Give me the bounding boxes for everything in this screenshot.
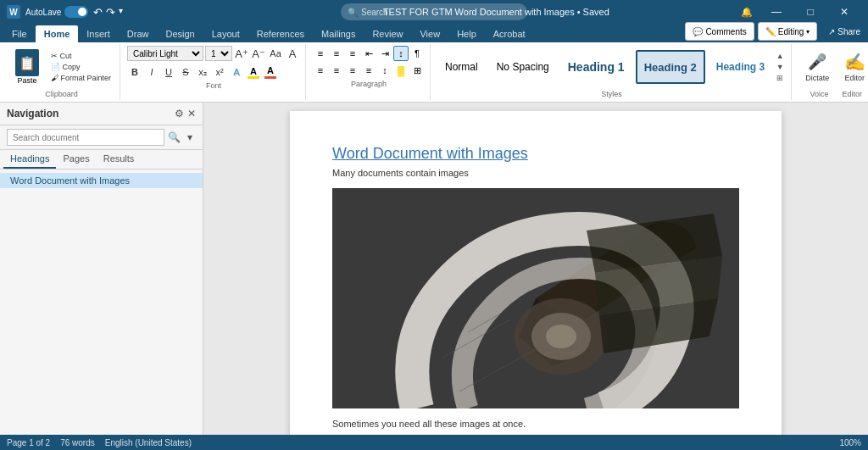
nav-search-area: 🔍 ▾ [0,125,203,150]
maximize-button[interactable]: □ [793,0,827,24]
copy-button[interactable]: 📄 Copy [47,62,114,72]
share-button[interactable]: ↗ Share [821,22,868,41]
ribbon-container: File Home Insert Draw Design Layout Refe… [0,24,868,103]
dictate-button[interactable]: 🎤 Dictate [798,48,836,86]
tab-mailings[interactable]: Mailings [313,25,364,42]
sort-button[interactable]: ↕ [393,46,409,61]
search-bar[interactable]: 🔍 Search [341,3,527,20]
shading-button[interactable]: ▓ [393,63,409,78]
nav-search-dropdown[interactable]: ▾ [184,130,196,145]
underline-button[interactable]: U [161,64,176,80]
subscript-button[interactable]: x₂ [195,64,210,80]
voice-label: Voice Editor Add-ins [810,90,868,98]
dictate-icon: 🎤 [807,52,827,72]
nav-search-button[interactable]: 🔍 [164,130,184,145]
styles-down-arrow[interactable]: ▼ [774,62,786,72]
style-heading1[interactable]: Heading 1 [560,50,632,84]
nav-tabs: Headings Pages Results [0,150,203,169]
cut-button[interactable]: ✂ Cut [47,51,114,61]
autosave-toggle[interactable] [64,6,88,18]
font-name-select[interactable]: Calibri Light [127,46,203,61]
paragraph-group: ≡ ≡ ≡ ⇤ ⇥ ↕ ¶ ≡ ≡ ≡ ≡ ↕ ▓ [308,44,431,100]
editor-button[interactable]: ✍ Editor [837,48,868,86]
style-no-spacing[interactable]: No Spacing [489,50,557,84]
nav-settings-icon[interactable]: ⚙ [175,108,184,119]
numbering-button[interactable]: ≡ [329,46,344,61]
style-heading3[interactable]: Heading 3 [709,50,772,84]
notification-icon[interactable]: 🔔 [741,7,753,18]
nav-item-word-document[interactable]: Word Document with Images [0,173,203,188]
doc-page: Word Document with Images Many documents… [290,111,782,449]
paragraph-label: Paragraph [351,80,387,88]
clear-format-button[interactable]: A [285,46,300,61]
tab-references[interactable]: References [248,25,313,42]
tab-draw[interactable]: Draw [119,25,158,42]
doc-image-staircase [332,188,739,408]
nav-search-input[interactable] [7,129,164,146]
line-spacing-button[interactable]: ↕ [377,63,392,78]
doc-area[interactable]: Word Document with Images Many documents… [203,103,868,449]
doc-title: TEST FOR GTM Word Document with Images •… [252,7,741,17]
align-center-button[interactable]: ≡ [329,63,344,78]
change-case-button[interactable]: Aa [268,46,283,61]
editing-button[interactable]: ✏️ Editing ▾ [758,22,818,41]
tab-file[interactable]: File [3,25,36,42]
font-grow-button[interactable]: A⁺ [234,46,249,61]
style-normal[interactable]: Normal [437,50,486,84]
font-size-select[interactable]: 11 [205,46,232,61]
doc-subtitle: Many documents contain images [332,168,739,178]
increase-indent-button[interactable]: ⇥ [377,46,392,61]
share-icon: ↗ [828,27,835,36]
word-count: 76 words [60,438,95,447]
decrease-indent-button[interactable]: ⇤ [361,46,376,61]
comments-icon: 💬 [693,27,703,36]
redo-icon[interactable]: ↷ [106,6,115,19]
align-right-button[interactable]: ≡ [345,63,360,78]
customize-icon[interactable]: ▾ [119,6,123,19]
para-row1: ≡ ≡ ≡ ⇤ ⇥ ↕ ¶ [313,46,425,61]
justify-button[interactable]: ≡ [361,63,376,78]
font-color-button[interactable]: A [263,64,278,80]
tab-home[interactable]: Home [36,25,79,42]
borders-button[interactable]: ⊞ [409,63,425,78]
editing-dropdown-icon: ▾ [806,28,810,36]
style-heading2[interactable]: Heading 2 [636,50,705,84]
nav-header: Navigation ⚙ ✕ [0,103,203,125]
search-icon: 🔍 [348,8,358,17]
paste-button[interactable]: 📋 Paste [8,46,46,88]
styles-up-arrow[interactable]: ▲ [774,51,786,61]
text-highlight-button[interactable]: A [246,64,261,80]
window-controls: — □ ✕ [760,0,861,24]
align-left-button[interactable]: ≡ [313,63,328,78]
italic-button[interactable]: I [144,64,159,80]
superscript-button[interactable]: x² [212,64,227,80]
undo-redo-controls: ↶ ↷ ▾ [93,6,123,19]
undo-icon[interactable]: ↶ [93,6,103,19]
strikethrough-button[interactable]: S [178,64,193,80]
minimize-button[interactable]: — [760,0,793,24]
text-effects-button[interactable]: A [229,64,244,80]
autosave: AutoLave [25,6,88,18]
bullets-button[interactable]: ≡ [313,46,328,61]
comments-button[interactable]: 💬 Comments [685,22,754,41]
styles-label: Styles [601,90,622,98]
nav-tab-results[interactable]: Results [97,150,142,169]
font-shrink-button[interactable]: A⁻ [251,46,266,61]
bold-button[interactable]: B [127,64,142,80]
close-button[interactable]: ✕ [827,0,861,24]
tab-view[interactable]: View [411,25,448,42]
page-count: Page 1 of 2 [7,438,50,447]
tab-acrobat[interactable]: Acrobat [485,25,534,42]
show-formatting-button[interactable]: ¶ [409,46,425,61]
tab-review[interactable]: Review [364,25,411,42]
tab-insert[interactable]: Insert [78,25,119,42]
format-painter-button[interactable]: 🖌 Format Painter [47,73,114,83]
tab-help[interactable]: Help [448,25,485,42]
multilevel-list-button[interactable]: ≡ [345,46,360,61]
nav-close-icon[interactable]: ✕ [187,108,196,119]
tab-layout[interactable]: Layout [203,25,248,42]
tab-design[interactable]: Design [157,25,203,42]
nav-tab-headings[interactable]: Headings [3,150,56,169]
nav-tab-pages[interactable]: Pages [56,150,96,169]
styles-expand-arrow[interactable]: ⊞ [774,73,786,83]
